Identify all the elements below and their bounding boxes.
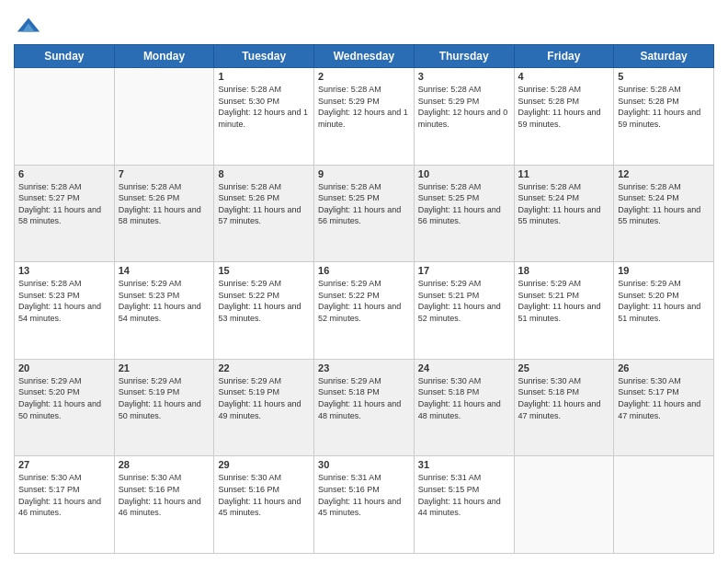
logo-text — [14, 13, 41, 39]
day-info: Sunrise: 5:28 AMSunset: 5:24 PMDaylight:… — [518, 181, 610, 227]
day-info: Sunrise: 5:30 AMSunset: 5:17 PMDaylight:… — [618, 375, 710, 421]
calendar-week-row-5: 27Sunrise: 5:30 AMSunset: 5:17 PMDayligh… — [15, 456, 714, 554]
calendar-week-row-2: 6Sunrise: 5:28 AMSunset: 5:27 PMDaylight… — [15, 165, 714, 262]
day-number: 16 — [318, 265, 410, 276]
calendar-cell: 15Sunrise: 5:29 AMSunset: 5:22 PMDayligh… — [214, 262, 314, 360]
day-number: 30 — [318, 459, 410, 470]
day-info: Sunrise: 5:30 AMSunset: 5:16 PMDaylight:… — [119, 472, 210, 518]
day-number: 10 — [418, 168, 510, 179]
calendar-cell: 19Sunrise: 5:29 AMSunset: 5:20 PMDayligh… — [614, 262, 714, 360]
calendar-cell: 6Sunrise: 5:28 AMSunset: 5:27 PMDaylight… — [15, 165, 115, 262]
calendar-header-thursday: Thursday — [414, 45, 514, 68]
logo-icon — [16, 13, 41, 39]
calendar-header-friday: Friday — [514, 45, 614, 68]
day-number: 27 — [18, 459, 110, 470]
day-number: 13 — [18, 265, 110, 276]
calendar-header-sunday: Sunday — [15, 45, 115, 68]
calendar-cell: 26Sunrise: 5:30 AMSunset: 5:17 PMDayligh… — [614, 359, 714, 456]
day-number: 12 — [618, 168, 710, 179]
calendar-cell: 7Sunrise: 5:28 AMSunset: 5:26 PMDaylight… — [114, 165, 214, 262]
day-number: 11 — [518, 168, 610, 179]
day-info: Sunrise: 5:29 AMSunset: 5:21 PMDaylight:… — [518, 278, 610, 324]
day-number: 8 — [218, 168, 310, 179]
day-number: 24 — [418, 362, 510, 373]
calendar-cell: 16Sunrise: 5:29 AMSunset: 5:22 PMDayligh… — [314, 262, 415, 360]
calendar-cell: 31Sunrise: 5:31 AMSunset: 5:15 PMDayligh… — [414, 456, 514, 554]
calendar-cell: 20Sunrise: 5:29 AMSunset: 5:20 PMDayligh… — [15, 359, 115, 456]
day-info: Sunrise: 5:31 AMSunset: 5:15 PMDaylight:… — [418, 472, 510, 518]
calendar-cell: 28Sunrise: 5:30 AMSunset: 5:16 PMDayligh… — [114, 456, 214, 554]
day-number: 15 — [218, 265, 310, 276]
day-number: 20 — [18, 362, 110, 373]
calendar-cell: 14Sunrise: 5:29 AMSunset: 5:23 PMDayligh… — [114, 262, 214, 360]
day-number: 7 — [119, 168, 210, 179]
day-info: Sunrise: 5:30 AMSunset: 5:18 PMDaylight:… — [418, 375, 510, 421]
calendar-cell: 29Sunrise: 5:30 AMSunset: 5:16 PMDayligh… — [214, 456, 314, 554]
day-info: Sunrise: 5:28 AMSunset: 5:24 PMDaylight:… — [618, 181, 710, 227]
calendar-week-row-4: 20Sunrise: 5:29 AMSunset: 5:20 PMDayligh… — [15, 359, 714, 456]
calendar-cell: 27Sunrise: 5:30 AMSunset: 5:17 PMDayligh… — [15, 456, 115, 554]
calendar-cell: 17Sunrise: 5:29 AMSunset: 5:21 PMDayligh… — [414, 262, 514, 360]
day-info: Sunrise: 5:28 AMSunset: 5:26 PMDaylight:… — [218, 181, 310, 227]
calendar-cell: 1Sunrise: 5:28 AMSunset: 5:30 PMDaylight… — [214, 68, 314, 166]
day-info: Sunrise: 5:29 AMSunset: 5:21 PMDaylight:… — [418, 278, 510, 324]
day-info: Sunrise: 5:28 AMSunset: 5:28 PMDaylight:… — [618, 84, 710, 130]
calendar-cell — [114, 68, 214, 166]
day-info: Sunrise: 5:29 AMSunset: 5:18 PMDaylight:… — [318, 375, 410, 421]
calendar-cell — [15, 68, 115, 166]
day-info: Sunrise: 5:28 AMSunset: 5:29 PMDaylight:… — [418, 84, 510, 130]
calendar-cell — [614, 456, 714, 554]
day-number: 6 — [18, 168, 110, 179]
calendar-cell — [514, 456, 614, 554]
day-number: 19 — [618, 265, 710, 276]
day-number: 9 — [318, 168, 410, 179]
day-number: 18 — [518, 265, 610, 276]
calendar-cell: 2Sunrise: 5:28 AMSunset: 5:29 PMDaylight… — [314, 68, 415, 166]
day-info: Sunrise: 5:28 AMSunset: 5:27 PMDaylight:… — [18, 181, 110, 227]
day-number: 29 — [218, 459, 310, 470]
calendar-cell: 25Sunrise: 5:30 AMSunset: 5:18 PMDayligh… — [514, 359, 614, 456]
calendar-cell: 22Sunrise: 5:29 AMSunset: 5:19 PMDayligh… — [214, 359, 314, 456]
day-number: 2 — [318, 71, 410, 82]
day-info: Sunrise: 5:29 AMSunset: 5:20 PMDaylight:… — [618, 278, 710, 324]
calendar-header-wednesday: Wednesday — [314, 45, 415, 68]
day-number: 1 — [218, 71, 310, 82]
day-number: 17 — [418, 265, 510, 276]
calendar-table: SundayMondayTuesdayWednesdayThursdayFrid… — [14, 44, 714, 554]
calendar-cell: 23Sunrise: 5:29 AMSunset: 5:18 PMDayligh… — [314, 359, 415, 456]
calendar-header-saturday: Saturday — [614, 45, 714, 68]
day-info: Sunrise: 5:30 AMSunset: 5:16 PMDaylight:… — [218, 472, 310, 518]
calendar-header-tuesday: Tuesday — [214, 45, 314, 68]
day-info: Sunrise: 5:30 AMSunset: 5:18 PMDaylight:… — [518, 375, 610, 421]
calendar-cell: 13Sunrise: 5:28 AMSunset: 5:23 PMDayligh… — [15, 262, 115, 360]
day-info: Sunrise: 5:29 AMSunset: 5:19 PMDaylight:… — [218, 375, 310, 421]
calendar-cell: 11Sunrise: 5:28 AMSunset: 5:24 PMDayligh… — [514, 165, 614, 262]
day-number: 23 — [318, 362, 410, 373]
calendar-week-row-3: 13Sunrise: 5:28 AMSunset: 5:23 PMDayligh… — [15, 262, 714, 360]
header — [14, 9, 714, 39]
day-info: Sunrise: 5:29 AMSunset: 5:19 PMDaylight:… — [119, 375, 210, 421]
day-info: Sunrise: 5:28 AMSunset: 5:26 PMDaylight:… — [119, 181, 210, 227]
day-info: Sunrise: 5:28 AMSunset: 5:25 PMDaylight:… — [318, 181, 410, 227]
day-number: 26 — [618, 362, 710, 373]
calendar-week-row-1: 1Sunrise: 5:28 AMSunset: 5:30 PMDaylight… — [15, 68, 714, 166]
day-number: 31 — [418, 459, 510, 470]
calendar-cell: 3Sunrise: 5:28 AMSunset: 5:29 PMDaylight… — [414, 68, 514, 166]
day-number: 14 — [119, 265, 210, 276]
calendar-cell: 8Sunrise: 5:28 AMSunset: 5:26 PMDaylight… — [214, 165, 314, 262]
day-number: 28 — [119, 459, 210, 470]
calendar-cell: 5Sunrise: 5:28 AMSunset: 5:28 PMDaylight… — [614, 68, 714, 166]
day-number: 25 — [518, 362, 610, 373]
calendar-header-row: SundayMondayTuesdayWednesdayThursdayFrid… — [15, 45, 714, 68]
day-info: Sunrise: 5:28 AMSunset: 5:29 PMDaylight:… — [318, 84, 410, 130]
calendar-cell: 10Sunrise: 5:28 AMSunset: 5:25 PMDayligh… — [414, 165, 514, 262]
calendar-header-monday: Monday — [114, 45, 214, 68]
day-info: Sunrise: 5:29 AMSunset: 5:23 PMDaylight:… — [119, 278, 210, 324]
calendar-cell: 21Sunrise: 5:29 AMSunset: 5:19 PMDayligh… — [114, 359, 214, 456]
day-number: 22 — [218, 362, 310, 373]
calendar-cell: 12Sunrise: 5:28 AMSunset: 5:24 PMDayligh… — [614, 165, 714, 262]
logo-area — [14, 9, 41, 39]
calendar-cell: 4Sunrise: 5:28 AMSunset: 5:28 PMDaylight… — [514, 68, 614, 166]
calendar-cell: 24Sunrise: 5:30 AMSunset: 5:18 PMDayligh… — [414, 359, 514, 456]
day-info: Sunrise: 5:28 AMSunset: 5:30 PMDaylight:… — [218, 84, 310, 130]
